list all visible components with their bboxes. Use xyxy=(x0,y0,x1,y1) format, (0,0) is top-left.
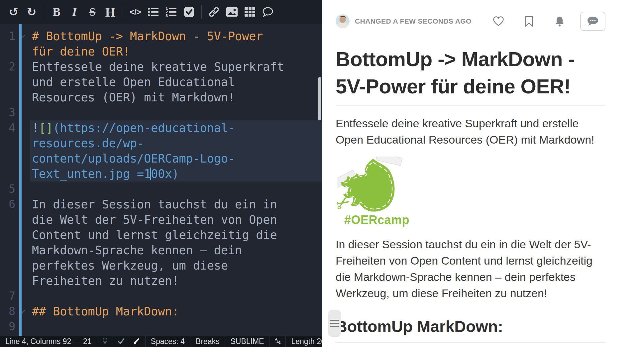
oercamp-logo-caption: #OERcamp xyxy=(344,213,413,227)
editor-line-3[interactable]: 3 xyxy=(0,105,322,120)
editor-lines: 1# BottomUp -> MarkDown - 5V-Powerfür de… xyxy=(0,29,322,336)
check-list-button[interactable] xyxy=(180,3,198,21)
editor-line-6[interactable]: 6In dieser Session tauchst du ein indie … xyxy=(0,197,322,289)
code-text: resources.de/wp- xyxy=(30,136,322,151)
check-list-icon xyxy=(184,7,194,17)
wrench-icon xyxy=(274,338,281,345)
toolbar-separator xyxy=(123,5,123,19)
editor-line-2[interactable]: 2Entfessele deine kreative Superkraftund… xyxy=(0,59,322,105)
bullet-list-icon xyxy=(148,7,159,17)
code-text: Entfessele deine kreative Superkraft xyxy=(30,59,322,74)
code-text xyxy=(30,289,322,304)
lightbulb-icon xyxy=(102,337,108,345)
fold-gutter xyxy=(15,74,30,90)
fold-chevron-icon[interactable] xyxy=(15,304,30,319)
like-button[interactable] xyxy=(492,15,505,28)
fold-gutter xyxy=(15,136,30,151)
fold-gutter xyxy=(15,59,30,74)
italic-button[interactable]: I xyxy=(65,3,83,21)
keymap-setting[interactable]: SUBLIME xyxy=(225,336,269,347)
editor-line-10[interactable]: 10**Verwahren & Vervielfältigen** xyxy=(0,334,322,336)
open-comments-button[interactable] xyxy=(580,12,605,31)
editor-line-8[interactable]: 8## BottomUp MarkDown: xyxy=(0,304,322,319)
editor-line-5[interactable]: 5 xyxy=(0,181,322,197)
code-text: perfektes Werkzeug, um diese xyxy=(30,258,322,273)
line-number xyxy=(0,136,15,151)
bookmark-icon xyxy=(525,16,533,27)
bold-icon: B xyxy=(53,5,60,19)
bold-button[interactable]: B xyxy=(48,3,65,21)
spellcheck-button[interactable] xyxy=(113,336,129,347)
code-text: für deine OER! xyxy=(30,44,322,59)
editor-scrollbar[interactable] xyxy=(318,77,321,120)
line-number xyxy=(0,243,15,258)
fold-gutter xyxy=(15,334,30,336)
redo-icon: ↻ xyxy=(27,5,37,19)
line-number xyxy=(0,212,15,227)
line-number xyxy=(0,166,15,181)
linebreak-setting[interactable]: Breaks xyxy=(190,336,225,347)
code-text: Content und lernst gleichzeitig die xyxy=(30,227,322,243)
theme-button[interactable] xyxy=(129,336,146,347)
check-icon xyxy=(117,338,125,345)
editor-line-1[interactable]: 1# BottomUp -> MarkDown - 5V-Powerfür de… xyxy=(0,29,322,59)
code-text xyxy=(30,181,322,197)
code-text: content/uploads/OERCamp-Logo- xyxy=(30,151,322,166)
intro-paragraph: Entfessele deine kreative Superkraft und… xyxy=(336,115,607,148)
numbered-list-button[interactable]: 123 xyxy=(162,3,180,21)
preview-pane: CHANGED A FEW SECONDS AGO BottomUp -> Ma… xyxy=(322,0,644,347)
code-text: ![](https://open-educational- xyxy=(30,120,322,136)
subscribe-button[interactable] xyxy=(553,15,566,28)
editor-toolbar: ↺ ↻ B I S H </> 123 xyxy=(0,0,322,24)
line-number xyxy=(0,227,15,243)
code-block-button[interactable]: </> xyxy=(126,3,144,21)
title-divider xyxy=(336,105,605,106)
image-icon xyxy=(226,7,238,17)
fold-chevron-icon[interactable] xyxy=(15,29,30,44)
fold-gutter xyxy=(15,181,30,197)
code-editor[interactable]: 1# BottomUp -> MarkDown - 5V-Powerfür de… xyxy=(0,24,322,336)
hackmd-app: ↺ ↻ B I S H </> 123 xyxy=(0,0,644,347)
comment-button[interactable] xyxy=(259,3,277,21)
preferences-button[interactable] xyxy=(269,336,286,347)
session-paragraph: In dieser Session tauchst du ein in die … xyxy=(336,236,607,301)
heading-button[interactable]: H xyxy=(101,3,119,21)
editor-line-4[interactable]: 4![](https://open-educational-resources.… xyxy=(0,120,322,181)
link-icon xyxy=(208,6,220,18)
fold-gutter xyxy=(15,151,30,166)
redo-button[interactable]: ↻ xyxy=(23,3,41,21)
toolbar-separator xyxy=(44,5,44,19)
heading-icon: H xyxy=(105,4,115,20)
line-number: 4 xyxy=(0,120,15,136)
table-button[interactable] xyxy=(241,3,259,21)
bookmark-button[interactable] xyxy=(522,15,536,28)
code-text: **Verwahren & Vervielfältigen** xyxy=(30,334,322,336)
fold-gutter xyxy=(15,289,30,304)
code-text xyxy=(30,105,322,120)
avatar[interactable] xyxy=(336,14,350,28)
fold-gutter xyxy=(15,166,30,181)
undo-button[interactable]: ↺ xyxy=(5,3,23,21)
image-button[interactable] xyxy=(223,3,241,21)
fold-gutter xyxy=(15,197,30,212)
fold-gutter xyxy=(15,105,30,120)
code-text: Markdown-Sprache kennen – dein xyxy=(30,243,322,258)
fold-gutter xyxy=(15,227,30,243)
fold-gutter xyxy=(15,273,30,289)
toc-toggle-tab[interactable] xyxy=(328,310,341,337)
fold-gutter xyxy=(15,120,30,136)
code-text xyxy=(30,319,322,334)
strikethrough-button[interactable]: S xyxy=(83,3,101,21)
code-text: Resources (OER) mit Markdown! xyxy=(30,90,322,105)
heart-icon xyxy=(493,16,504,27)
indent-setting[interactable]: Spaces: 4 xyxy=(146,336,190,347)
bullet-list-button[interactable] xyxy=(144,3,162,21)
night-mode-button[interactable] xyxy=(97,336,113,347)
line-number: 10 xyxy=(0,334,15,336)
editor-line-7[interactable]: 7 xyxy=(0,289,322,304)
link-button[interactable] xyxy=(205,3,223,21)
code-text: die Welt der 5V-Freiheiten von Open xyxy=(30,212,322,227)
editor-line-9[interactable]: 9 xyxy=(0,319,322,334)
editor-pane: ↺ ↻ B I S H </> 123 xyxy=(0,0,322,347)
table-icon xyxy=(244,7,256,17)
